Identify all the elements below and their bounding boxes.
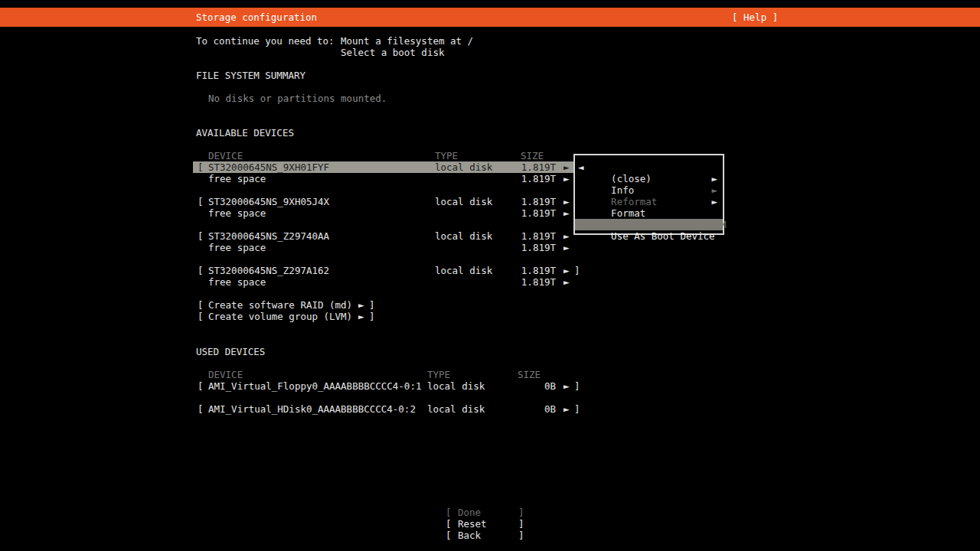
used-device-row[interactable]: [ AMI_Virtual_Floppy0_AAAABBBBCCCC4-0:1 …	[0, 380, 980, 392]
available-devices-header-row: DEVICE TYPE SIZE	[0, 150, 980, 161]
device-type: local disk	[435, 265, 492, 276]
done-button: [ Done ]	[0, 507, 980, 518]
expand-arrow-icon: ►	[564, 403, 570, 415]
device-type: local disk	[427, 403, 485, 415]
bracket-close: ]	[574, 265, 580, 276]
used-device-row[interactable]: [ AMI_Virtual_HDisk0_AAAABBBBCCCC4-0:2 l…	[0, 403, 980, 415]
free-space-row[interactable]: free space 1.819T ►	[0, 276, 980, 288]
submenu-arrow-icon: ►	[711, 173, 717, 184]
bracket-close: ]	[369, 311, 375, 322]
bracket-close: ]	[574, 403, 580, 415]
bracket-open: [	[446, 518, 452, 530]
device-name: ST32000645NS_Z29740AA	[208, 230, 329, 242]
expand-arrow-icon: ►	[358, 299, 364, 311]
bracket-open: [	[198, 161, 204, 173]
device-row[interactable]: [ ST32000645NS_9XH05J4X local disk 1.819…	[0, 196, 980, 207]
menu-item-use-as-boot-device[interactable]: Use As Boot Device	[575, 219, 723, 230]
requirement-boot-disk: Select a boot disk	[341, 47, 444, 58]
help-button[interactable]: [ Help ]	[732, 8, 778, 27]
button-label: Create volume group (LVM)	[208, 311, 352, 322]
expand-arrow-icon: ►	[564, 276, 570, 288]
device-type: local disk	[435, 161, 492, 173]
expand-arrow-icon: ►	[358, 311, 364, 322]
menu-item-remove-from-raid-lvm: Remove from RAID/LVM	[575, 207, 723, 219]
device-size: 1.819T	[498, 196, 556, 207]
expand-arrow-icon: ►	[564, 173, 570, 184]
free-space-label: free space	[208, 242, 266, 253]
button-label: Reset	[458, 518, 487, 530]
device-size: 1.819T	[498, 265, 556, 276]
bracket-close: ]	[574, 380, 580, 392]
bracket-open: [	[198, 196, 204, 207]
device-size: 1.819T	[498, 161, 556, 173]
button-label: Back	[458, 530, 481, 541]
device-row[interactable]: [ ST32000645NS_Z297A162 local disk 1.819…	[0, 265, 980, 276]
device-name: ST32000645NS_Z297A162	[208, 265, 329, 276]
title-bar: Storage configuration [ Help ]	[0, 8, 980, 27]
free-space-size: 1.819T	[498, 242, 556, 253]
device-name: ST32000645NS_9XH01FYF	[208, 161, 329, 173]
bracket-open: [	[198, 265, 204, 276]
bracket-close: ]	[518, 507, 524, 518]
bracket-open: [	[446, 507, 452, 518]
bracket-close: ]	[518, 518, 524, 530]
file-system-summary-heading: FILE SYSTEM SUMMARY	[196, 70, 305, 81]
bracket-open: [	[198, 230, 204, 242]
free-space-label: free space	[208, 276, 266, 288]
free-space-row[interactable]: free space 1.819T ►	[0, 173, 980, 184]
used-devices-heading: USED DEVICES	[196, 346, 265, 357]
back-button[interactable]: [ Back ]	[0, 530, 980, 541]
column-header-type: TYPE	[435, 150, 458, 161]
submenu-arrow-icon: ►	[711, 184, 717, 196]
device-type: local disk	[427, 380, 485, 392]
instructions-prefix: To continue you need to:	[196, 35, 335, 47]
bracket-open: [	[198, 403, 204, 415]
expand-arrow-icon: ►	[564, 161, 570, 173]
free-space-size: 1.819T	[498, 173, 556, 184]
bracket-open: [	[198, 299, 204, 311]
submenu-arrow-icon: ►	[711, 196, 717, 207]
free-space-label: free space	[208, 207, 266, 219]
create-software-raid-button[interactable]: [ Create software RAID (md) ► ]	[0, 299, 980, 311]
reset-button[interactable]: [ Reset ]	[0, 518, 980, 530]
device-name: AMI_Virtual_Floppy0_AAAABBBBCCCC4-0:1	[208, 380, 421, 392]
column-header-device: DEVICE	[208, 369, 243, 380]
available-devices-heading: AVAILABLE DEVICES	[196, 127, 294, 139]
free-space-label: free space	[208, 173, 266, 184]
requirement-mount-root: Mount a filesystem at /	[341, 35, 473, 47]
device-size: 1.819T	[498, 230, 556, 242]
column-header-type: TYPE	[427, 369, 450, 380]
device-type: local disk	[435, 230, 492, 242]
expand-arrow-icon: ►	[564, 196, 570, 207]
free-space-size: 1.819T	[498, 207, 556, 219]
free-space-size: 1.819T	[498, 276, 556, 288]
button-label: Done	[458, 507, 481, 518]
create-volume-group-button[interactable]: [ Create volume group (LVM) ► ]	[0, 311, 980, 322]
expand-arrow-icon: ►	[564, 380, 570, 392]
menu-item-info[interactable]: Info ►	[575, 173, 723, 184]
bracket-close: ]	[518, 530, 524, 541]
bracket-close: ]	[369, 299, 375, 311]
expand-arrow-icon: ►	[564, 230, 570, 242]
menu-item-label: Use As Boot Device	[611, 230, 714, 242]
device-row[interactable]: [ ST32000645NS_Z29740AA local disk 1.819…	[0, 230, 980, 242]
file-system-summary-empty-message: No disks or partitions mounted.	[208, 93, 387, 104]
column-header-size: SIZE	[518, 369, 541, 380]
device-size: 0B	[498, 403, 556, 415]
device-name: ST32000645NS_9XH05J4X	[208, 196, 329, 207]
free-space-row[interactable]: free space 1.819T ►	[0, 242, 980, 253]
page-title: Storage configuration	[196, 8, 317, 27]
bracket-open: [	[446, 530, 452, 541]
column-header-device: DEVICE	[208, 150, 243, 161]
bracket-open: [	[198, 380, 204, 392]
free-space-row[interactable]: free space 1.819T ►	[0, 207, 980, 219]
device-name: AMI_Virtual_HDisk0_AAAABBBBCCCC4-0:2	[208, 403, 416, 415]
menu-item-format[interactable]: Format ►	[575, 196, 723, 207]
used-devices-header-row: DEVICE TYPE SIZE	[0, 369, 980, 380]
expand-arrow-icon: ►	[564, 265, 570, 276]
menu-item-close[interactable]: (close)	[575, 161, 723, 173]
device-size: 0B	[498, 380, 556, 392]
expand-arrow-icon: ►	[564, 207, 570, 219]
device-row[interactable]: [ ST32000645NS_9XH01FYF local disk 1.819…	[0, 161, 980, 173]
button-label: Create software RAID (md)	[208, 299, 352, 311]
